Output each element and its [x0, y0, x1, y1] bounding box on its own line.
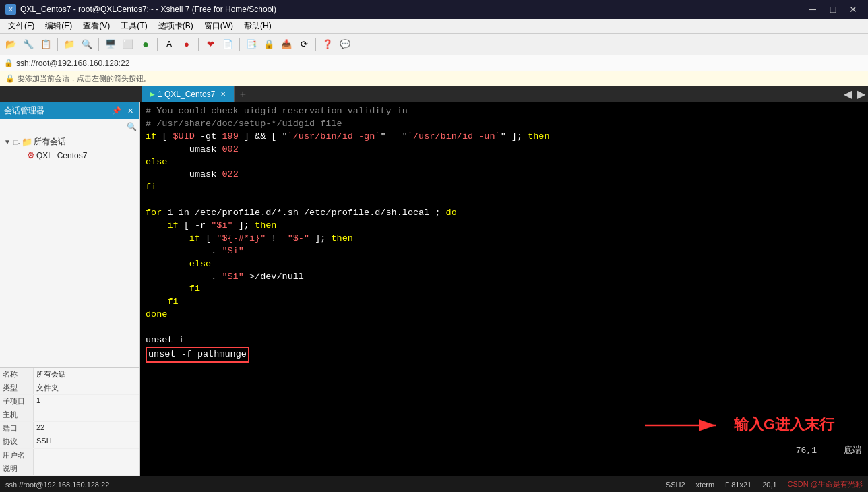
- sidebar-close-button[interactable]: ✕: [125, 105, 135, 116]
- toolbar-btn-8[interactable]: ●: [137, 36, 154, 53]
- sidebar: 会话管理器 📌 ✕ 🔍 ▼ □- 📁 所有会话 ⚙ QXL_Centos7: [0, 102, 140, 476]
- prop-type: 类型 文件夹: [0, 381, 140, 395]
- prop-name-key: 名称: [0, 368, 34, 381]
- tab-add-button[interactable]: +: [235, 86, 251, 102]
- terminal-line-13: else: [146, 258, 863, 271]
- address-bar: 🔒 ssh://root@192.168.160.128:22: [0, 55, 868, 71]
- tab-close-icon[interactable]: ✕: [220, 90, 226, 98]
- menu-help[interactable]: 帮助(H): [239, 19, 277, 33]
- tab-next-button[interactable]: ▶: [855, 86, 868, 102]
- terminal-line-5: else: [146, 156, 863, 169]
- toolbar-btn-6[interactable]: 🖥️: [102, 36, 119, 53]
- terminal-line-17: done: [146, 309, 863, 321]
- menu-window[interactable]: 窗口(W): [199, 19, 239, 33]
- minimize-button[interactable]: ─: [803, 0, 822, 19]
- toolbar-sep-4: [198, 38, 199, 51]
- toolbar-sep-3: [157, 38, 158, 51]
- toolbar-btn-15[interactable]: 📥: [278, 36, 294, 53]
- terminal-line-12: . "$i": [146, 245, 863, 258]
- prop-protocol-key: 协议: [0, 435, 34, 448]
- prop-child: 子项目 1: [0, 395, 140, 408]
- toolbar-sep-2: [98, 38, 99, 51]
- menu-edit[interactable]: 编辑(E): [40, 19, 78, 33]
- toolbar-btn-16[interactable]: ⟳: [296, 36, 312, 53]
- prop-desc: 说明: [0, 462, 140, 476]
- toolbar-btn-13[interactable]: 📑: [243, 36, 259, 53]
- terminal-line-15: fi: [146, 283, 863, 296]
- prop-port-val: 22: [34, 422, 140, 435]
- status-right: SSH2 xterm Γ 81x21 20,1 CSDN @生命是有光彩: [666, 479, 863, 489]
- terminal-line-16: fi: [146, 296, 863, 309]
- search-icon[interactable]: 🔍: [127, 122, 137, 131]
- lock-icon: 🔒: [4, 59, 13, 67]
- status-cursor-pos: 20,1: [762, 481, 776, 489]
- tab-bar: ▶ 1 QXL_Centos7 ✕ + ◀ ▶: [0, 86, 868, 102]
- terminal[interactable]: # You could check uidgid reservation val…: [140, 102, 868, 476]
- menu-view[interactable]: 查看(V): [78, 19, 115, 33]
- toolbar-btn-12[interactable]: 📄: [220, 36, 236, 53]
- terminal-line-20: unset -f pathmunge: [146, 347, 863, 363]
- toolbar-btn-9[interactable]: A: [161, 36, 177, 53]
- new-session-button[interactable]: 📂: [3, 36, 19, 53]
- title-bar-left: X QXL_Centos7 - root@QXLCentos7:~ - Xshe…: [5, 4, 276, 15]
- info-text: 要添加当前会话，点击左侧的箭头按钮。: [18, 73, 151, 84]
- prop-port-key: 端口: [0, 422, 34, 435]
- sidebar-controls: 📌 ✕: [111, 105, 135, 116]
- help-button[interactable]: ❓: [319, 36, 336, 53]
- toolbar-btn-5[interactable]: 🔍: [79, 36, 95, 53]
- prop-child-val: 1: [34, 395, 140, 408]
- prop-protocol-val: SSH: [34, 435, 140, 448]
- toolbar-sep-1: [57, 38, 58, 51]
- tree-root-label: 所有会话: [34, 136, 66, 148]
- tree-child-label: QXL_Centos7: [36, 151, 87, 160]
- toolbar-sep-6: [315, 38, 316, 51]
- toolbar-btn-3[interactable]: 📋: [38, 36, 54, 53]
- terminal-line-6: umask 022: [146, 168, 863, 181]
- vim-statusline: 76,1 底端: [796, 445, 861, 457]
- folder-icon: 📁: [22, 137, 32, 147]
- session-properties: 名称 所有会话 类型 文件夹 子项目 1 主机 端口 22 协议 SSH: [0, 367, 140, 476]
- prop-type-key: 类型: [0, 381, 34, 394]
- terminal-line-11: if [ "${-#*i}" != "$-" ]; then: [146, 233, 863, 245]
- title-bar: X QXL_Centos7 - root@QXLCentos7:~ - Xshe…: [0, 0, 868, 19]
- menu-file[interactable]: 文件(F): [3, 19, 40, 33]
- window-controls: ─ □ ✕: [803, 0, 863, 19]
- prop-name-val: 所有会话: [34, 368, 140, 381]
- info-icon: 🔒: [5, 74, 15, 83]
- tab-prev-button[interactable]: ◀: [841, 86, 855, 102]
- terminal-line-3: if [ $UID -gt 199 ] && [ "`/usr/bin/id -…: [146, 131, 863, 144]
- tab-qxl-centos7[interactable]: ▶ 1 QXL_Centos7 ✕: [142, 86, 235, 102]
- toolbar-btn-14[interactable]: 🔒: [261, 36, 277, 53]
- toolbar-btn-17[interactable]: 💬: [337, 36, 353, 53]
- app-icon: X: [5, 4, 16, 15]
- server-icon: ⚙: [27, 150, 35, 160]
- tab-nav: ◀ ▶: [841, 86, 868, 102]
- prop-username-key: 用户名: [0, 449, 34, 462]
- toolbar-btn-10[interactable]: ●: [179, 36, 195, 53]
- terminal-line-14: . "$i" >/dev/null: [146, 271, 863, 284]
- toolbar-btn-4[interactable]: 📁: [61, 36, 78, 53]
- toolbar-btn-11[interactable]: ❤: [202, 36, 218, 53]
- tree-child-qxl[interactable]: ⚙ QXL_Centos7: [0, 149, 140, 162]
- sidebar-pin-button[interactable]: 📌: [111, 105, 122, 116]
- sidebar-search-bar: 🔍: [0, 119, 140, 133]
- prop-child-key: 子项目: [0, 395, 34, 408]
- address-text: ssh://root@192.168.160.128:22: [16, 59, 129, 68]
- vim-mode: 底端: [844, 445, 861, 457]
- status-protocol: SSH2: [666, 481, 685, 489]
- terminal-line-1: # You could check uidgid reservation val…: [146, 105, 863, 118]
- menu-bar: 文件(F) 编辑(E) 查看(V) 工具(T) 选项卡(B) 窗口(W) 帮助(…: [0, 19, 868, 34]
- prop-name: 名称 所有会话: [0, 368, 140, 381]
- terminal-line-18: [146, 321, 863, 334]
- close-button[interactable]: ✕: [844, 0, 863, 19]
- sidebar-title: 会话管理器: [4, 105, 44, 117]
- tree-root[interactable]: ▼ □- 📁 所有会话: [0, 135, 140, 149]
- menu-tab[interactable]: 选项卡(B): [153, 19, 199, 33]
- annotation-container: 输入G进入末行: [645, 414, 834, 435]
- prop-host: 主机: [0, 408, 140, 422]
- toolbar-btn-7[interactable]: ⬜: [120, 36, 136, 53]
- toolbar-btn-2[interactable]: 🔧: [20, 36, 36, 53]
- maximize-button[interactable]: □: [824, 0, 842, 19]
- window-title: QXL_Centos7 - root@QXLCentos7:~ - Xshell…: [20, 5, 276, 14]
- menu-tools[interactable]: 工具(T): [115, 19, 152, 33]
